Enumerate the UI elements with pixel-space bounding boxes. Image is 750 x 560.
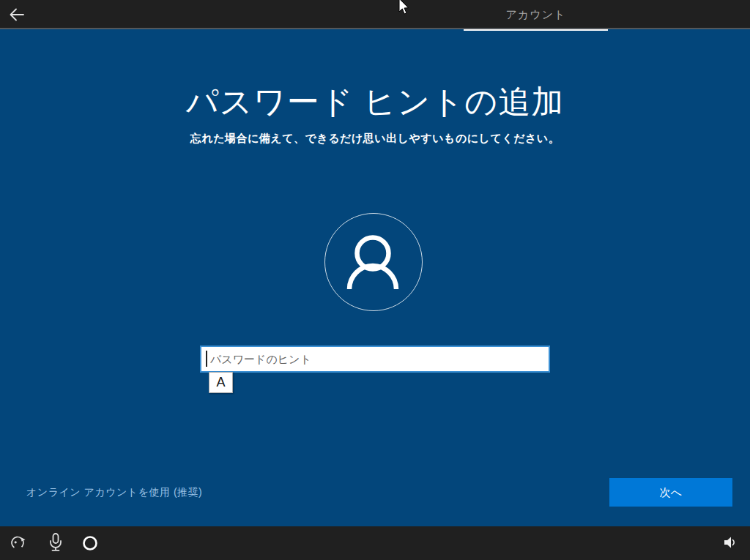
back-arrow-icon: [8, 6, 26, 23]
speaker-button[interactable]: [722, 535, 738, 550]
ime-mode-badge: A: [209, 372, 233, 393]
page-title: パスワード ヒントの追加: [0, 81, 750, 124]
speaker-icon: [722, 535, 738, 550]
user-avatar: [324, 213, 423, 311]
microphone-button[interactable]: [48, 532, 63, 553]
assistant-bar: オフライン アカウントでパスワードを忘れた場合、パスワードを取得する方法はヒント…: [0, 526, 750, 560]
tab-account-underline: [464, 29, 608, 31]
text-caret: [206, 351, 207, 367]
microphone-icon: [48, 532, 63, 553]
use-online-account-link[interactable]: オンライン アカウントを使用 (推奨): [26, 486, 202, 499]
cortana-circle-icon: [82, 535, 98, 551]
next-button[interactable]: 次へ: [609, 478, 732, 507]
title-bar: アカウント: [0, 0, 750, 29]
password-hint-input[interactable]: [200, 346, 550, 373]
back-button[interactable]: [6, 4, 28, 25]
page-subtitle: 忘れた場合に備えて、できるだけ思い出しやすいものにしてください。: [0, 132, 750, 146]
oobe-account-screen: アカウント パスワード ヒントの追加 忘れた場合に備えて、できるだけ思い出しやす…: [0, 0, 750, 560]
ease-of-access-button[interactable]: [10, 534, 27, 551]
cortana-listening-indicator: [82, 535, 98, 551]
ease-of-access-icon: [10, 534, 27, 551]
user-avatar-icon: [324, 213, 423, 311]
tab-account: アカウント: [464, 0, 608, 29]
